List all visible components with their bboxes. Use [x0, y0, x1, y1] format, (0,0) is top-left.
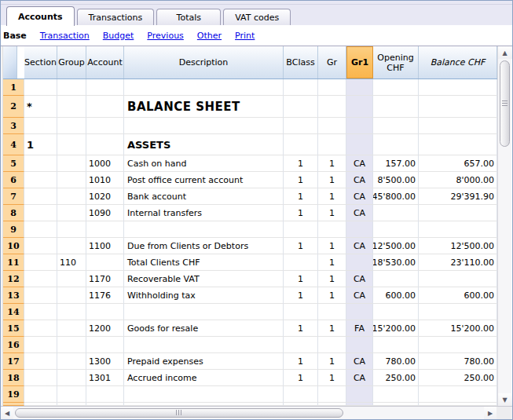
cell-section[interactable]: [24, 221, 57, 238]
cell-description[interactable]: Cash on hand: [124, 155, 284, 172]
cell-balance-chf[interactable]: [419, 205, 497, 221]
tab-vat-codes[interactable]: VAT codes: [223, 9, 291, 25]
cell-gr[interactable]: [318, 221, 346, 238]
column-header-bclass[interactable]: BClass: [284, 46, 318, 79]
cell-account[interactable]: [86, 79, 124, 96]
cell-bclass[interactable]: [284, 118, 318, 134]
cell-bclass[interactable]: [284, 79, 318, 96]
cell-opening-chf[interactable]: 8'500.00: [373, 172, 419, 188]
cell-description[interactable]: [124, 386, 284, 403]
cell-gr[interactable]: 1: [318, 370, 346, 386]
tab-transactions[interactable]: Transactions: [77, 9, 155, 25]
cell-account[interactable]: 1010: [86, 172, 124, 188]
cell-balance-chf[interactable]: [419, 386, 497, 403]
cell-description[interactable]: [124, 118, 284, 134]
row-number[interactable]: 4: [3, 134, 24, 155]
cell-gr[interactable]: 1: [318, 238, 346, 254]
cell-group[interactable]: [57, 353, 86, 370]
column-header-group[interactable]: Group: [57, 46, 86, 79]
cell-section[interactable]: [24, 320, 57, 337]
cell-bclass[interactable]: [284, 386, 318, 403]
cell-balance-chf[interactable]: [419, 271, 497, 287]
cell-group[interactable]: [57, 386, 86, 403]
cell-gr1[interactable]: [346, 337, 373, 353]
cell-opening-chf[interactable]: 600.00: [373, 287, 419, 304]
cell-section[interactable]: [24, 370, 57, 386]
row-number[interactable]: 19: [3, 386, 24, 403]
cell-bclass[interactable]: [284, 221, 318, 238]
cell-section[interactable]: [24, 271, 57, 287]
cell-gr1[interactable]: CA: [346, 353, 373, 370]
column-header-section[interactable]: Section: [24, 46, 57, 79]
tab-accounts[interactable]: Accounts: [6, 6, 75, 26]
horizontal-scroll-track[interactable]: [13, 407, 484, 420]
cell-opening-chf[interactable]: 18'530.00: [373, 254, 419, 271]
cell-bclass[interactable]: 1: [284, 155, 318, 172]
cell-account[interactable]: 1100: [86, 238, 124, 254]
cell-group[interactable]: [57, 238, 86, 254]
cell-description[interactable]: Prepaid expenses: [124, 353, 284, 370]
cell-gr[interactable]: 1: [318, 254, 346, 271]
column-header-opening-chf[interactable]: Opening CHF: [373, 46, 419, 79]
cell-gr1[interactable]: [346, 304, 373, 320]
cell-opening-chf[interactable]: 12'500.00: [373, 238, 419, 254]
horizontal-scrollbar[interactable]: ◀ ▶: [1, 407, 497, 419]
cell-account[interactable]: [86, 403, 124, 406]
cell-bclass[interactable]: 1: [284, 238, 318, 254]
cell-gr[interactable]: 1: [318, 172, 346, 188]
vertical-scroll-track[interactable]: [498, 59, 512, 393]
view-link-other[interactable]: Other: [197, 31, 222, 41]
cell-section[interactable]: [24, 205, 57, 221]
scroll-down-button[interactable]: ▼: [498, 393, 512, 406]
cell-section[interactable]: 1: [24, 134, 57, 155]
cell-gr1[interactable]: [346, 221, 373, 238]
cell-bclass[interactable]: 1: [284, 205, 318, 221]
cell-section[interactable]: [24, 254, 57, 271]
cell-account[interactable]: 1300: [86, 353, 124, 370]
cell-section[interactable]: [24, 403, 57, 406]
cell-description[interactable]: Accrued income: [124, 370, 284, 386]
cell-balance-chf[interactable]: [419, 221, 497, 238]
cell-description[interactable]: Post office current account: [124, 172, 284, 188]
column-header-account[interactable]: Account: [86, 46, 124, 79]
row-number[interactable]: 11: [3, 254, 24, 271]
cell-balance-chf[interactable]: 780.00: [419, 353, 497, 370]
cell-opening-chf[interactable]: [373, 337, 419, 353]
cell-gr[interactable]: 1: [318, 320, 346, 337]
cell-gr[interactable]: [318, 79, 346, 96]
cell-account[interactable]: 1020: [86, 188, 124, 205]
cell-description[interactable]: BALANCE SHEET: [124, 96, 284, 118]
cell-section[interactable]: [24, 386, 57, 403]
vertical-scrollbar[interactable]: ▲ ▼: [497, 46, 511, 406]
row-number[interactable]: 12: [3, 271, 24, 287]
cell-description[interactable]: Recoverable VAT: [124, 271, 284, 287]
cell-section[interactable]: [24, 172, 57, 188]
cell-bclass[interactable]: [284, 403, 318, 406]
cell-balance-chf[interactable]: 657.00: [419, 155, 497, 172]
cell-opening-chf[interactable]: 45'800.00: [373, 188, 419, 205]
cell-gr[interactable]: 1: [318, 155, 346, 172]
cell-bclass[interactable]: 1: [284, 370, 318, 386]
cell-description[interactable]: [124, 221, 284, 238]
cell-group[interactable]: [57, 320, 86, 337]
cell-account[interactable]: 1090: [86, 205, 124, 221]
cell-description[interactable]: [124, 403, 284, 406]
cell-account[interactable]: [86, 134, 124, 155]
cell-gr1[interactable]: CA: [346, 205, 373, 221]
cell-gr1[interactable]: CA: [346, 287, 373, 304]
cell-account[interactable]: [86, 337, 124, 353]
cell-gr1[interactable]: CA: [346, 271, 373, 287]
row-number[interactable]: 5: [3, 155, 24, 172]
vertical-scroll-thumb[interactable]: [500, 60, 510, 147]
cell-section[interactable]: [24, 188, 57, 205]
cell-opening-chf[interactable]: [373, 96, 419, 118]
cell-gr[interactable]: [318, 337, 346, 353]
row-number[interactable]: 6: [3, 172, 24, 188]
cell-gr[interactable]: 1: [318, 353, 346, 370]
cell-opening-chf[interactable]: 780.00: [373, 353, 419, 370]
view-link-previous[interactable]: Previous: [147, 31, 184, 41]
view-link-budget[interactable]: Budget: [103, 31, 134, 41]
cell-bclass[interactable]: 1: [284, 172, 318, 188]
cell-balance-chf[interactable]: [419, 304, 497, 320]
cell-gr1[interactable]: CA: [346, 188, 373, 205]
